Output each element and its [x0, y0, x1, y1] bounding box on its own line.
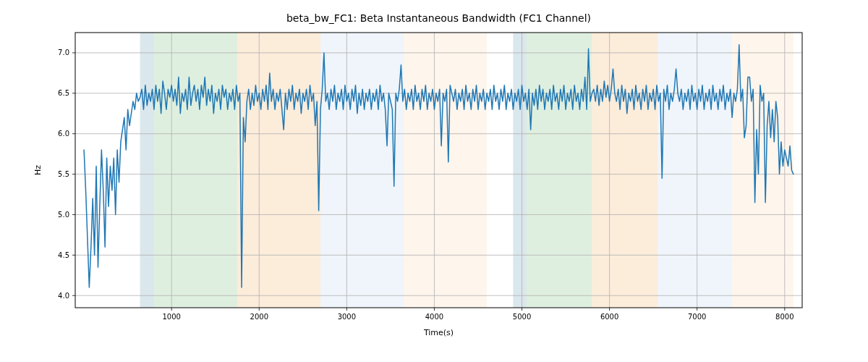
shaded-band [527, 33, 592, 308]
shaded-band [732, 33, 793, 308]
y-tick-label: 6.0 [58, 130, 69, 138]
x-tick-label: 7000 [688, 313, 706, 321]
shaded-band [404, 33, 487, 308]
y-tick-label: 6.5 [58, 89, 69, 97]
x-tick-label: 2000 [250, 313, 268, 321]
y-tick-label: 5.0 [58, 211, 69, 219]
x-tick-label: 8000 [775, 313, 793, 321]
shaded-band [140, 33, 154, 308]
x-tick-label: 6000 [600, 313, 618, 321]
y-tick-label: 7.0 [58, 49, 69, 56]
chart-title: beta_bw_FC1: Beta Instantaneous Bandwidt… [286, 12, 591, 24]
shaded-band [237, 33, 320, 308]
x-tick-label: 4000 [425, 313, 443, 321]
shaded-band [513, 33, 526, 308]
chart-container: 100020003000400050006000700080004.04.55.… [0, 0, 868, 362]
x-tick-label: 1000 [162, 313, 180, 321]
shaded-band [658, 33, 732, 308]
y-axis-label: Hz [33, 165, 43, 175]
y-tick-label: 4.0 [58, 292, 69, 300]
shaded-band [320, 33, 404, 308]
x-tick-label: 3000 [338, 313, 356, 321]
y-tick-label: 5.5 [58, 170, 69, 178]
chart-svg: 100020003000400050006000700080004.04.55.… [0, 0, 868, 362]
x-axis-label: Time(s) [423, 328, 454, 337]
shaded-band [154, 33, 237, 308]
shaded-band [592, 33, 658, 308]
y-tick-label: 4.5 [58, 251, 69, 259]
x-tick-label: 5000 [513, 313, 531, 321]
